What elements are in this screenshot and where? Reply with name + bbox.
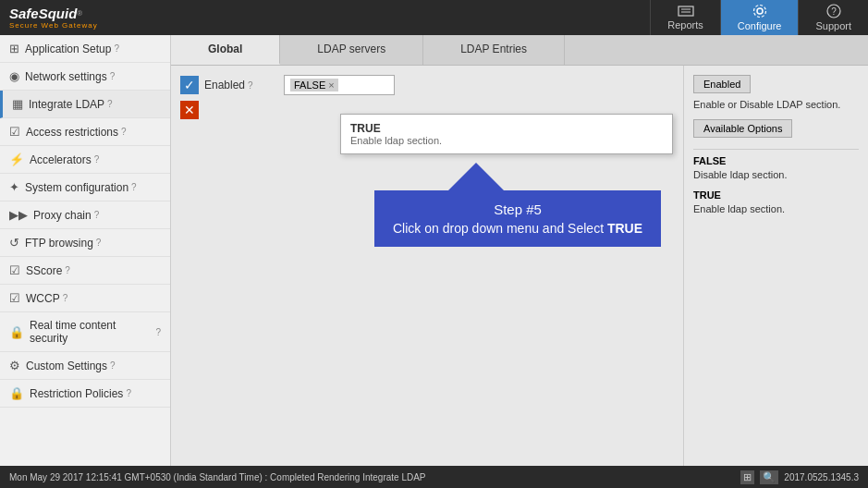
enabled-right-btn[interactable]: Enabled [693,75,751,93]
sidebar-item-sscore[interactable]: ☑ SScore ? [0,257,170,285]
tab-global[interactable]: Global [171,35,280,65]
support-button[interactable]: ? Support [798,0,868,35]
option-false-desc: Disable ldap section. [693,169,859,180]
sidebar-item-ftp-browsing[interactable]: ↺ FTP browsing ? [0,229,170,257]
sidebar-item-label: FTP browsing [25,237,93,250]
access-restrictions-icon: ☑ [9,125,20,139]
sidebar-item-proxy-chain[interactable]: ▶▶ Proxy chain ? [0,201,170,229]
real-time-icon: 🔒 [9,325,24,339]
sidebar-item-label: Network settings [25,70,107,83]
sidebar-item-label: Restriction Policies [30,387,123,400]
sscore-icon: ☑ [9,263,20,277]
custom-help-icon: ? [110,360,116,371]
sidebar-item-custom-settings[interactable]: ⚙ Custom Settings ? [0,352,170,380]
option-true-value: TRUE [693,189,859,201]
logo-name: SafeSquid [9,6,77,21]
sidebar-item-real-time-content[interactable]: 🔒 Real time content security ? [0,312,170,352]
sidebar-item-app-setup[interactable]: ⊞ Application Setup ? [0,35,170,63]
option-false-value: FALSE [693,155,859,166]
custom-settings-icon: ⚙ [9,359,20,372]
sidebar-item-label: Proxy chain [33,209,92,222]
enabled-select-field[interactable]: FALSE × [284,75,395,95]
tab-ldap-entries[interactable]: LDAP Entries [423,35,565,65]
tabs: Global LDAP servers LDAP Entries [171,35,868,66]
topbar: SafeSquid ® Secure Web Gateway Reports C… [0,0,868,35]
option-false: FALSE Disable ldap section. [693,155,859,180]
enabled-right-desc: Enable or Disable LDAP section. [693,99,859,110]
sidebar-item-system-configuration[interactable]: ✦ System configuration ? [0,174,170,201]
sidebar: ⊞ Application Setup ? ◉ Network settings… [0,35,171,466]
sidebar-item-wccp[interactable]: ☑ WCCP ? [0,285,170,312]
support-label: Support [815,20,851,31]
sidebar-item-label: SScore [26,264,62,277]
sscore-help-icon: ? [65,265,70,275]
app-setup-icon: ⊞ [9,42,19,55]
logo-top: SafeSquid ® [9,6,98,21]
sidebar-item-label: Accelerators [30,153,92,166]
ftp-browsing-icon: ↺ [9,236,19,250]
callout-instruction: Click on drop down menu and Select TRUE [393,221,642,236]
dropdown-item-true[interactable]: TRUE Enable ldap section. [341,115,672,153]
svg-point-4 [753,6,765,18]
false-tag-close[interactable]: × [328,79,334,91]
enabled-row: ✓ Enabled ? FALSE × [180,75,674,95]
configure-button[interactable]: Configure [720,0,799,35]
system-config-help-icon: ? [131,182,137,192]
main-content: ✓ Enabled ? FALSE × ✕ [171,66,868,466]
sidebar-item-label: Real time content security [30,319,153,345]
reports-icon [678,5,694,18]
restriction-policies-icon: 🔒 [9,386,24,400]
configure-label: Configure [738,20,782,31]
logo-area: SafeSquid ® Secure Web Gateway [0,0,166,35]
callout: Step #5 Click on drop down menu and Sele… [374,190,661,247]
sidebar-item-network-settings[interactable]: ◉ Network settings ? [0,63,170,91]
sidebar-item-integrate-ldap[interactable]: ▦ Integrate LDAP ? [0,91,170,118]
divider [693,149,859,150]
svg-rect-0 [679,6,693,16]
tab-global-label: Global [208,43,242,55]
statusbar-icon-2[interactable]: 🔍 [760,470,778,484]
sidebar-item-label: Custom Settings [26,360,107,372]
sidebar-item-label: Integrate LDAP [29,98,104,111]
configure-icon [752,4,767,18]
reports-label: Reports [667,19,703,30]
main-layout: ⊞ Application Setup ? ◉ Network settings… [0,35,868,466]
statusbar-icon-1[interactable]: ⊞ [740,470,754,484]
ftp-help-icon: ? [96,238,102,248]
system-config-icon: ✦ [9,180,19,194]
sidebar-item-restriction-policies[interactable]: 🔒 Restriction Policies ? [0,380,170,408]
logo-sub: Secure Web Gateway [9,21,98,30]
dropdown-true-desc: Enable ldap section. [350,135,663,146]
sidebar-item-access-restrictions[interactable]: ☑ Access restrictions ? [0,118,170,146]
enabled-checkbox[interactable]: ✓ [180,76,199,94]
app-setup-help-icon: ? [114,43,119,54]
support-icon: ? [826,4,841,18]
enabled-label: Enabled ? [204,79,278,92]
proxy-chain-icon: ▶▶ [9,208,28,222]
tab-ldap-servers-label: LDAP servers [317,43,385,55]
accelerators-help-icon: ? [94,154,100,165]
logo-reg: ® [77,9,82,18]
sidebar-item-label: WCCP [26,292,60,305]
sidebar-item-label: Application Setup [25,43,111,55]
option-true: TRUE Enable ldap section. [693,189,859,214]
svg-text:?: ? [831,6,837,17]
content-area: Global LDAP servers LDAP Entries ✓ Enabl… [171,35,868,466]
access-help-icon: ? [121,127,127,137]
tab-ldap-entries-label: LDAP Entries [460,43,527,55]
sidebar-item-label: Access restrictions [26,126,118,139]
statusbar-version: 2017.0525.1345.3 [784,472,859,482]
false-tag: FALSE × [290,79,338,92]
wccp-icon: ☑ [9,291,20,305]
tab-ldap-servers[interactable]: LDAP servers [280,35,423,65]
delete-button[interactable]: ✕ [180,101,199,119]
available-options-btn[interactable]: Available Options [693,119,792,138]
real-time-help-icon: ? [155,327,161,337]
statusbar-message: Mon May 29 2017 12:15:41 GMT+0530 (India… [9,472,426,482]
proxy-chain-help-icon: ? [94,210,100,220]
network-help-icon: ? [110,71,116,81]
topbar-spacer [166,0,650,35]
sidebar-item-accelerators[interactable]: ⚡ Accelerators ? [0,146,170,174]
dropdown-true-title: TRUE [350,122,663,135]
reports-button[interactable]: Reports [650,0,720,35]
